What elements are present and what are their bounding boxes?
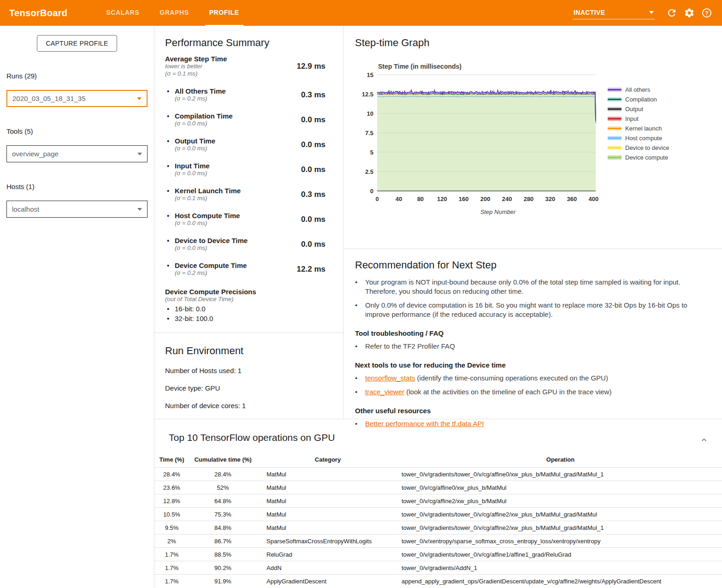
hosts-select[interactable]: localhost: [6, 201, 148, 218]
metric-value: 0.0 ms: [301, 240, 325, 249]
step-time-graph-section: Step-time Graph Step Time (in millisecon…: [343, 26, 722, 249]
category-cell: ReluGrad: [257, 548, 399, 561]
step-time-graph-title: Step-time Graph: [355, 37, 722, 49]
average-step-time-label: Average Step Time: [165, 55, 227, 63]
bullet-icon: •: [355, 387, 365, 397]
tab-scalars[interactable]: SCALARS: [102, 0, 143, 26]
sidebar: CAPTURE PROFILE Runs (29) 2020_03_05_18_…: [0, 26, 154, 588]
recommendation-item: •Refer to the TF2 Profiler FAQ: [355, 342, 704, 351]
legend-label: Compilation: [625, 96, 657, 103]
hosts-select-value: localhost: [12, 205, 39, 213]
help-icon[interactable]: ?: [701, 7, 712, 18]
tab-profile[interactable]: PROFILE: [205, 0, 243, 26]
legend-label: Device to device: [625, 144, 669, 151]
category-cell: MatMul: [257, 481, 399, 494]
runs-label: Runs (29): [6, 72, 148, 80]
legend-label: Device compute: [625, 154, 668, 161]
legend-item: Host compute: [608, 133, 669, 143]
category-cell: AddN: [257, 561, 399, 575]
metric-row: •All Others Time(σ = 0.2 ms)0.3 ms: [165, 87, 325, 102]
resource-link[interactable]: tensorflow_stats: [365, 374, 415, 382]
right-column: Step-time Graph Step Time (in millisecon…: [343, 26, 722, 419]
step-time-breakdown-list: •All Others Time(σ = 0.2 ms)0.3 ms•Compi…: [165, 87, 325, 277]
run-environment: Run Environment Number of Hosts used: 1D…: [154, 333, 343, 410]
step-time-area-chart: 02.557.51012.515040801201602002402803203…: [355, 70, 604, 204]
runs-select[interactable]: 2020_03_05_18_31_35: [6, 90, 148, 107]
metric-label: Device to Device Time: [175, 237, 248, 244]
performance-summary-title: Performance Summary: [165, 37, 325, 49]
category-cell: MatMul: [257, 494, 399, 508]
svg-text:240: 240: [502, 196, 512, 202]
metric-value: 0.0 ms: [301, 165, 325, 174]
operation-cell: tower_0/v/gradients/tower_0/v/cg/affine2…: [399, 508, 722, 521]
svg-text:?: ?: [705, 10, 708, 17]
metric-sigma: (σ = 0.1 ms): [175, 195, 241, 202]
average-step-time-sigma: (σ = 0.1 ms): [165, 70, 227, 77]
bullet-icon: •: [355, 342, 365, 351]
chevron-down-icon: [137, 153, 142, 155]
performance-summary-column: Performance Summary Average Step Time lo…: [154, 26, 343, 419]
metric-value: 0.0 ms: [301, 215, 325, 224]
chevron-down-icon: [137, 208, 142, 211]
svg-text:10: 10: [367, 110, 373, 117]
runs-select-value: 2020_03_05_18_31_35: [12, 95, 86, 102]
table-row: 28.4%28.4%MatMultower_0/v/gradients/towe…: [154, 468, 722, 481]
legend-item: All others: [608, 85, 669, 95]
metric-label: Output Time: [175, 137, 215, 145]
svg-text:15: 15: [367, 71, 373, 78]
run-environment-item: Number of Hosts used: 1: [165, 367, 332, 374]
app-title: TensorBoard: [9, 8, 67, 18]
metric-row: •Device to Device Time(σ = 0.0 ms)0.0 ms: [165, 237, 325, 252]
table-row: 1.7%88.5%ReluGradtower_0/v/gradients/tow…: [154, 548, 722, 561]
capture-profile-button[interactable]: CAPTURE PROFILE: [37, 35, 117, 52]
table-header-row: Time (%)Cumulative time (%)CategoryOpera…: [154, 453, 722, 468]
metric-sigma: (σ = 0.0 ms): [175, 244, 248, 252]
tab-graphs[interactable]: GRAPHS: [155, 0, 193, 26]
settings-gear-icon[interactable]: [684, 7, 695, 18]
app-header: TensorBoard SCALARS GRAPHS PROFILE INACT…: [0, 0, 722, 26]
metric-value: 0.3 ms: [301, 90, 325, 100]
time-cell: 2%: [154, 535, 189, 548]
table-row: 2%86.7%SparseSoftmaxCrossEntropyWithLogi…: [154, 535, 722, 548]
cumulative-cell: 90.2%: [189, 561, 257, 575]
device-compute-precisions: Device Compute Precisions (out of Total …: [165, 288, 325, 322]
column-header: Cumulative time (%): [189, 453, 257, 468]
bullet-icon: •: [355, 301, 365, 319]
chevron-up-icon[interactable]: [700, 436, 708, 444]
cumulative-cell: 28.4%: [189, 468, 257, 481]
recommendation-subheading: Other useful resources: [355, 407, 704, 415]
bullet-icon: •: [165, 112, 175, 127]
svg-text:0: 0: [370, 188, 373, 195]
metric-label: Compilation Time: [175, 112, 233, 120]
svg-text:360: 360: [567, 196, 577, 202]
recommendation-section: Recommendation for Next Step •Your progr…: [343, 249, 722, 428]
metric-row: •Host Compute Time(σ = 0.0 ms)0.0 ms: [165, 212, 325, 227]
reload-status-value: INACTIVE: [574, 9, 605, 16]
svg-text:2.5: 2.5: [365, 168, 373, 175]
tools-select[interactable]: overview_page: [6, 145, 148, 162]
svg-text:400: 400: [588, 196, 598, 202]
bullet-icon: •: [165, 187, 175, 202]
precisions-note: (out of Total Device Time): [165, 296, 325, 303]
legend-label: Output: [625, 106, 643, 113]
resource-link[interactable]: trace_viewer: [365, 388, 404, 396]
metric-label: Device Compute Time: [175, 261, 247, 269]
reload-status-select[interactable]: INACTIVE: [573, 7, 655, 19]
time-cell: 1.7%: [154, 575, 189, 588]
legend-label: All others: [625, 86, 650, 93]
chevron-down-icon: [137, 97, 142, 100]
time-cell: 1.7%: [154, 561, 189, 575]
tools-label: Tools (5): [6, 127, 148, 135]
recommendation-bullet: •Your program is NOT input-bound because…: [355, 278, 704, 296]
recommendation-subheading: Tool troubleshooting / FAQ: [355, 329, 704, 337]
metric-row: •Input Time(σ = 0.0 ms)0.0 ms: [165, 162, 325, 177]
metric-sigma: (σ = 0.0 ms): [175, 120, 233, 127]
precision-item: •16-bit: 0.0: [165, 305, 325, 313]
svg-text:280: 280: [524, 196, 534, 202]
metric-value: 0.0 ms: [301, 115, 325, 125]
column-header: Category: [257, 453, 399, 468]
time-cell: 1.7%: [154, 548, 189, 561]
refresh-icon[interactable]: [666, 7, 677, 18]
cumulative-cell: 86.7%: [189, 535, 257, 548]
operation-cell: tower_0/v/gradients/tower_0/v/cg/affine1…: [399, 548, 722, 561]
